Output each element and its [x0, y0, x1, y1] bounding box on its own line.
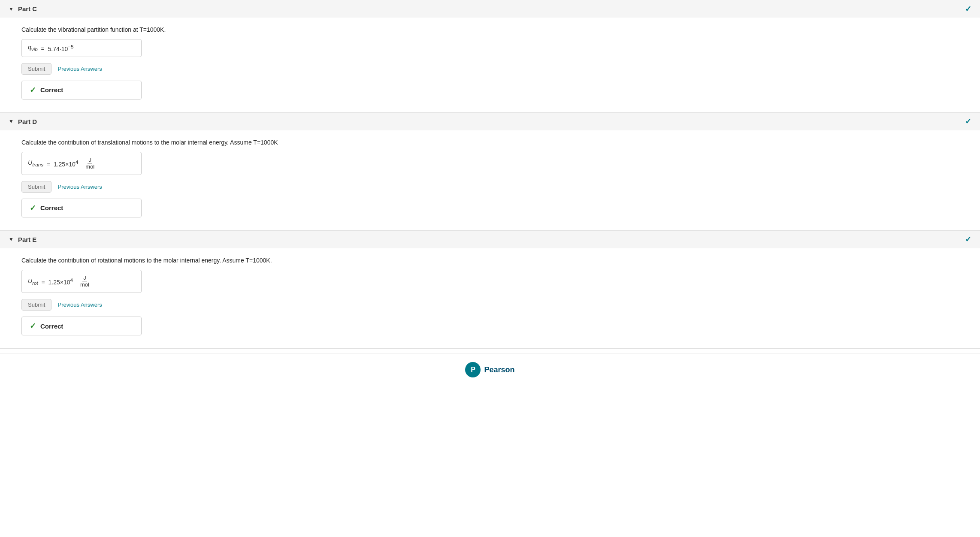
part-e-title: Part E [18, 236, 36, 243]
part-d-controls: Submit Previous Answers [21, 181, 959, 193]
part-e-formula-eq: = 1.25×104 [40, 277, 73, 286]
part-d-content: Calculate the contribution of translatio… [0, 130, 980, 230]
part-d-formula: Utrans = 1.25×104 J mol [28, 157, 97, 170]
part-e-section: ▼ Part E ✓ Calculate the contribution of… [0, 231, 980, 349]
pearson-logo: P Pearson [465, 362, 514, 377]
part-d-chevron-icon[interactable]: ▼ [9, 118, 14, 124]
part-c-formula-eq: = 5.74·10−5 [39, 44, 74, 52]
part-e-submit-button[interactable]: Submit [21, 299, 51, 311]
pearson-footer: P Pearson [0, 353, 980, 386]
part-c-submit-button[interactable]: Submit [21, 63, 51, 75]
part-e-header: ▼ Part E ✓ [0, 231, 980, 248]
part-d-formula-unit: J mol [83, 157, 97, 170]
part-c-content: Calculate the vibrational partition func… [0, 18, 980, 112]
part-e-content: Calculate the contribution of rotational… [0, 248, 980, 348]
part-c-section: ▼ Part C ✓ Calculate the vibrational par… [0, 0, 980, 113]
part-c-check-icon: ✓ [965, 4, 971, 14]
part-e-formula-unit: J mol [78, 275, 91, 288]
part-c-correct-box: ✓ Correct [21, 81, 142, 100]
part-e-correct-check-icon: ✓ [30, 321, 36, 331]
part-c-chevron-icon[interactable]: ▼ [9, 6, 14, 12]
part-c-correct-label: Correct [40, 86, 63, 94]
part-d-title: Part D [18, 118, 37, 125]
part-e-chevron-icon[interactable]: ▼ [9, 236, 14, 242]
part-c-prev-answers-link[interactable]: Previous Answers [57, 66, 102, 72]
part-c-correct-check-icon: ✓ [30, 85, 36, 95]
part-d-correct-check-icon: ✓ [30, 203, 36, 213]
part-d-formula-var: Utrans [28, 159, 43, 167]
pearson-logo-icon: P [465, 362, 481, 377]
part-d-formula-eq: = 1.25×104 [45, 159, 78, 168]
part-e-correct-label: Correct [40, 323, 63, 330]
part-c-controls: Submit Previous Answers [21, 63, 959, 75]
part-c-formula-var: qvib [28, 44, 38, 52]
part-c-question: Calculate the vibrational partition func… [21, 26, 959, 33]
part-d-section: ▼ Part D ✓ Calculate the contribution of… [0, 113, 980, 231]
part-e-formula: Urot = 1.25×104 J mol [28, 275, 91, 288]
part-c-header: ▼ Part C ✓ [0, 0, 980, 18]
part-c-title: Part C [18, 5, 37, 12]
part-d-prev-answers-link[interactable]: Previous Answers [57, 184, 102, 190]
part-c-formula: qvib = 5.74·10−5 [28, 44, 74, 52]
part-d-correct-box: ✓ Correct [21, 199, 142, 217]
part-d-question: Calculate the contribution of translatio… [21, 139, 959, 146]
part-e-formula-var: Urot [28, 278, 38, 286]
part-d-correct-label: Correct [40, 204, 63, 211]
part-d-check-icon: ✓ [965, 117, 971, 126]
part-e-prev-answers-link[interactable]: Previous Answers [57, 302, 102, 308]
part-e-correct-box: ✓ Correct [21, 317, 142, 335]
part-e-answer-box: Urot = 1.25×104 J mol [21, 270, 142, 293]
part-e-question: Calculate the contribution of rotational… [21, 257, 959, 264]
part-d-header: ▼ Part D ✓ [0, 113, 980, 130]
part-c-answer-box: qvib = 5.74·10−5 [21, 39, 142, 57]
part-e-controls: Submit Previous Answers [21, 299, 959, 311]
pearson-logo-text: Pearson [484, 365, 514, 374]
part-d-answer-box: Utrans = 1.25×104 J mol [21, 152, 142, 175]
part-d-submit-button[interactable]: Submit [21, 181, 51, 193]
part-e-check-icon: ✓ [965, 235, 971, 244]
